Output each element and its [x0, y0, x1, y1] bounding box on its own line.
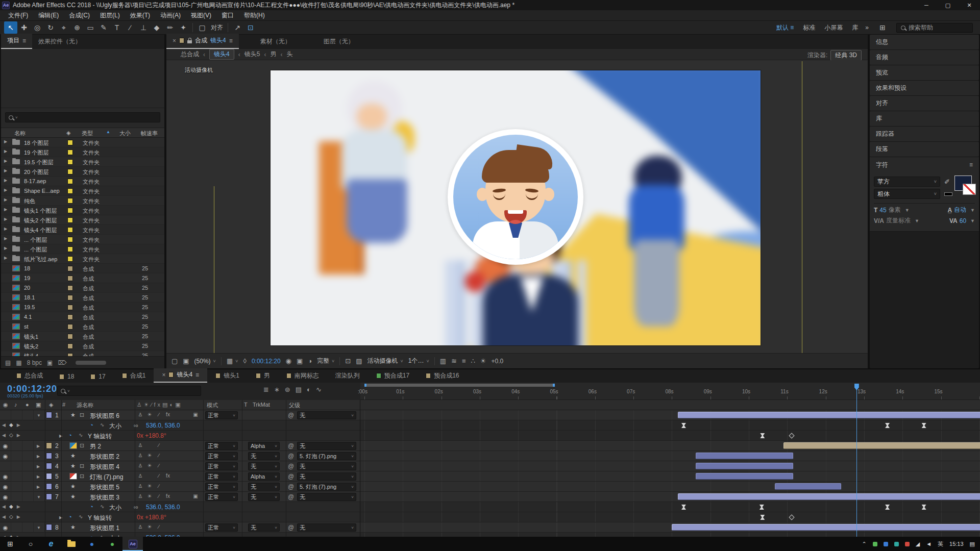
taskbar-file-explorer[interactable] [61, 537, 82, 551]
parent-select[interactable]: 无˅ [297, 462, 356, 470]
breadcrumb-男[interactable]: 男 [270, 50, 276, 59]
taskbar-after-effects[interactable]: Ae [122, 537, 143, 551]
expand-arrow-icon[interactable]: ▶ [4, 159, 7, 163]
tray-shield-icon[interactable] [894, 542, 899, 546]
panel-段落[interactable]: 段落 [870, 142, 979, 157]
trkmat-select[interactable]: 无˅ [248, 493, 280, 501]
workspace-标准[interactable]: 标准 [803, 23, 815, 32]
keyframe-icon[interactable] [789, 433, 795, 438]
expand-arrow-icon[interactable]: ▶ [4, 227, 7, 231]
label-chip[interactable] [46, 442, 52, 449]
eye-toggle[interactable]: ◉ [0, 441, 11, 451]
new-folder-icon[interactable]: ▦ [16, 359, 21, 366]
keyframe-icon[interactable] [922, 505, 926, 510]
layer-name[interactable]: 形状图层 2 [90, 453, 119, 461]
panel-预览[interactable]: 预览 [870, 65, 979, 81]
chevron-down-icon[interactable]: ▼ [970, 208, 975, 213]
exposure-icon[interactable]: ☀ [480, 357, 486, 365]
timeline-tab-镜头4[interactable]: ×镜头4≡ [154, 368, 207, 383]
audio-toggle[interactable] [11, 471, 22, 482]
layer-switches[interactable]: ♙☀∕ [136, 453, 201, 458]
keyframe-icon[interactable] [922, 423, 926, 428]
keyframe-icon[interactable] [885, 505, 890, 510]
workspace-库[interactable]: 库 [852, 23, 858, 32]
layer-name[interactable]: 形状图层 5 [90, 483, 119, 492]
timeline-button-icon[interactable]: ≡ [462, 357, 466, 365]
label-chip[interactable] [67, 334, 73, 339]
show-snapshot-icon[interactable]: ▣ [297, 357, 303, 365]
parent-select[interactable]: 5. 灯泡 (7).png˅ [297, 483, 356, 491]
trkmat-select[interactable]: Alpha˅ [248, 472, 280, 481]
keyframe-icon[interactable] [760, 433, 765, 438]
blend-mode-select[interactable]: 正常˅ [205, 411, 238, 419]
network-icon[interactable]: ◢ [916, 541, 920, 547]
panel-信息[interactable]: 信息 [870, 35, 979, 50]
solo-toggle[interactable] [22, 492, 34, 502]
tracking-value[interactable]: 60 [960, 217, 966, 224]
property-value[interactable]: 536.0, 536.0 [146, 422, 180, 429]
tray-app-icon[interactable] [873, 542, 877, 546]
timeline-search-input[interactable]: ˅ [57, 386, 201, 396]
project-item-row[interactable]: ▶18 个图层文件夹 [1, 138, 164, 147]
label-chip[interactable] [67, 295, 73, 300]
audio-toggle[interactable] [11, 461, 22, 471]
layer-name[interactable]: 男 2 [90, 442, 101, 451]
collapse-icon[interactable]: ⊡ [80, 463, 84, 469]
layer-switches[interactable]: ♙☀∕ [136, 463, 201, 468]
keyframe-icon[interactable] [885, 423, 890, 428]
panel-音频[interactable]: 音频 [870, 50, 979, 65]
layer-row-4[interactable]: ▶ 4★ ⊡ 形状图层 4 ♙☀∕ 正常˅ 无˅ @ 无˅ [0, 461, 360, 471]
ime-language[interactable]: 英 [938, 540, 943, 548]
panel-效果和预设[interactable]: 效果和预设 [870, 81, 979, 96]
timeline-tab-南网标志[interactable]: 南网标志 [278, 369, 327, 383]
solo-toggle[interactable] [22, 471, 34, 482]
always-preview-icon[interactable]: ▢ [172, 357, 178, 365]
property-row[interactable]: ◀ ◆ ▶ ◔ ∿ 大小 ∞ 536.0, 536.0 [0, 420, 360, 431]
pen-tool[interactable]: ✎ [97, 21, 110, 34]
layer-row-6[interactable]: ◉ ▶ 6★ 形状图层 5 ♙☀∕ 正常˅ 无˅ @ 5. 灯泡 (7).png… [0, 482, 360, 492]
expand-arrow-icon[interactable]: ▶ [4, 207, 7, 212]
label-chip[interactable] [67, 285, 73, 291]
layer-row-8[interactable]: ◉ ▼ 8★ 形状图层 1 ♙☀∕ 正常˅ 无˅ @ 无˅ [0, 522, 360, 533]
pixel-aspect-correction-icon[interactable]: ▥ [440, 357, 446, 365]
layer-expander[interactable]: ▼ [37, 495, 41, 499]
label-chip[interactable] [67, 305, 73, 310]
add-keyframe-icon[interactable]: ◆ [9, 422, 13, 428]
rotation-tool[interactable]: ↻ [44, 21, 57, 34]
expand-arrow-icon[interactable]: ▶ [4, 246, 7, 251]
trkmat-select[interactable]: 无˅ [248, 523, 280, 532]
project-item-row[interactable]: ▶20 个图层文件夹 [1, 167, 164, 177]
label-chip[interactable] [67, 246, 73, 252]
minimize-button[interactable]: ─ [916, 0, 937, 10]
label-chip[interactable] [67, 149, 73, 155]
eye-toggle[interactable] [0, 410, 11, 420]
label-chip[interactable] [46, 524, 52, 531]
clock[interactable]: 15:13 [949, 541, 964, 547]
layer-expander[interactable]: ▼ [37, 525, 41, 530]
layer-switches[interactable]: ♙☀∕ [136, 483, 201, 489]
solo-toggle[interactable] [22, 482, 34, 492]
flowchart-icon[interactable]: ∴ [471, 357, 475, 365]
audio-toggle[interactable] [11, 410, 22, 420]
label-chip[interactable] [46, 473, 52, 480]
choose-grid-guides-icon[interactable]: ▦˅ [227, 357, 238, 365]
eye-toggle[interactable]: ◉ [0, 471, 11, 482]
workspace-grid-icon[interactable]: ⊞ [876, 21, 889, 34]
project-item-row[interactable]: 19.5合成25 [1, 303, 164, 312]
project-item-row[interactable]: 18.1合成25 [1, 293, 164, 303]
previous-keyframe-icon[interactable]: ◀ [2, 433, 6, 438]
project-item-row[interactable]: ▶8-17.aep文件夹 [1, 177, 164, 186]
audio-toggle[interactable] [11, 451, 22, 461]
menu-item-6[interactable]: 视图(V) [186, 11, 216, 20]
menu-item-8[interactable]: 帮助(H) [239, 11, 270, 20]
eye-toggle[interactable]: ◉ [0, 492, 11, 502]
tab-project[interactable]: 项目 ≡ [1, 34, 32, 49]
work-area-start-handle[interactable] [364, 384, 366, 387]
keyframe-icon[interactable] [760, 505, 764, 510]
timeline-tab-男[interactable]: 男 [248, 369, 278, 383]
label-chip[interactable] [67, 140, 73, 145]
active-camera-select[interactable]: 活动摄像机˅ [368, 357, 403, 365]
project-item-row[interactable]: ▶... 个图层文件夹 [1, 235, 164, 244]
graph-editor-icon[interactable]: ∿ [316, 386, 322, 393]
label-chip[interactable] [67, 237, 73, 242]
